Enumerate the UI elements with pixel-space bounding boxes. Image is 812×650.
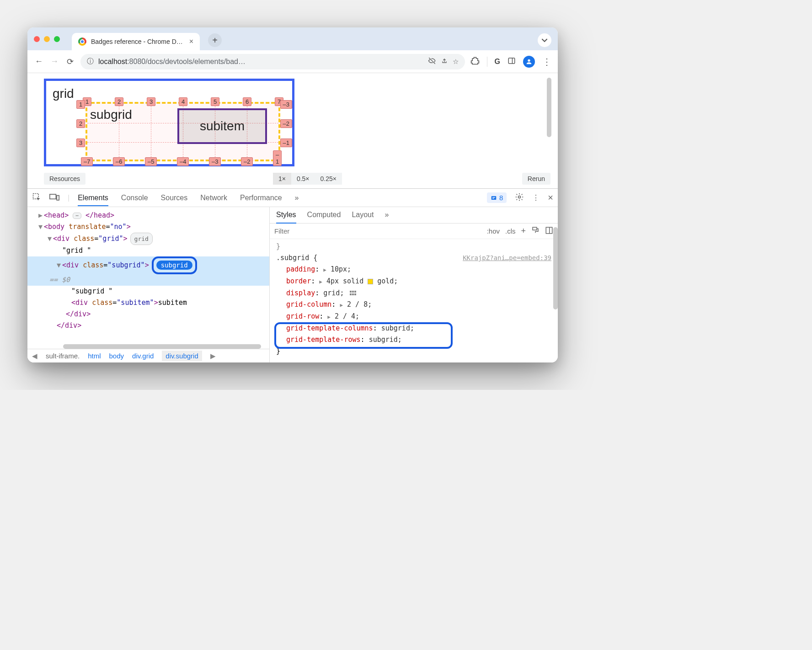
dollar-zero: == $0: [27, 274, 269, 286]
new-tab-button[interactable]: +: [208, 33, 222, 47]
rerun-button[interactable]: Rerun: [522, 173, 550, 185]
grid-line-num: –6: [113, 157, 125, 166]
breadcrumb-prev-icon[interactable]: ◀: [32, 352, 37, 360]
grid-line-num: –2: [280, 119, 292, 128]
profile-avatar[interactable]: [523, 56, 535, 68]
styles-filter-input[interactable]: [274, 227, 481, 235]
grid-badge[interactable]: grid: [130, 233, 153, 245]
close-tab-icon[interactable]: ×: [189, 37, 193, 46]
grid-line-num: –3: [209, 157, 221, 166]
site-info-icon[interactable]: ⓘ: [87, 57, 94, 66]
tabs-overflow-icon[interactable]: »: [295, 194, 299, 202]
maximize-window-icon[interactable]: [54, 36, 60, 42]
eye-off-icon[interactable]: [428, 57, 436, 66]
google-g-icon[interactable]: G: [495, 58, 500, 66]
dom-text: "subgrid ": [38, 286, 269, 297]
close-window-icon[interactable]: [34, 36, 40, 42]
toolbar-icons: G ⋮: [470, 56, 551, 68]
tab-title: Badges reference - Chrome D…: [91, 38, 183, 45]
devtools-body: ▶<head> ⋯ </head> ▼<body translate="no">…: [27, 207, 558, 362]
elements-panel: ▶<head> ⋯ </head> ▼<body translate="no">…: [27, 207, 270, 362]
breadcrumb-next-icon[interactable]: ▶: [210, 352, 216, 360]
grid-line-num: 2: [76, 119, 85, 128]
styles-toolbar: :hov .cls +: [270, 224, 558, 239]
grid-line-num: 2: [115, 97, 123, 106]
chevron-down-icon: [541, 37, 548, 43]
cls-toggle[interactable]: .cls: [505, 227, 516, 235]
zoom-controls: 1× 0.5× 0.25×: [273, 173, 342, 185]
bc-item[interactable]: div.grid: [132, 352, 154, 360]
grid-line-num: –1: [280, 139, 292, 147]
issues-badge[interactable]: 8: [487, 192, 507, 203]
zoom-05x[interactable]: 0.5×: [291, 173, 315, 185]
back-button[interactable]: ←: [34, 57, 44, 66]
dom-close-tag: </div>: [66, 310, 91, 318]
subitem-box: subitem: [177, 108, 267, 144]
tab-layout[interactable]: Layout: [352, 211, 374, 223]
tab-network[interactable]: Network: [200, 194, 227, 202]
dom-tree[interactable]: ▶<head> ⋯ </head> ▼<body translate="no">…: [27, 207, 269, 331]
hov-toggle[interactable]: :hov: [487, 227, 500, 235]
new-rule-icon[interactable]: +: [521, 226, 526, 236]
breadcrumbs: ◀ sult-iframe. html body div.grid div.su…: [27, 349, 269, 362]
url-text: localhost:8080/docs/devtools/elements/ba…: [98, 58, 423, 66]
grid-line-num: –3: [280, 100, 292, 109]
kebab-menu-icon[interactable]: ⋮: [532, 193, 540, 202]
tabs-overflow-button[interactable]: [538, 33, 551, 47]
device-toggle-icon[interactable]: [49, 193, 59, 203]
tab-computed[interactable]: Computed: [307, 211, 341, 223]
kebab-menu-icon[interactable]: ⋮: [542, 56, 551, 67]
reload-button[interactable]: ⟳: [65, 57, 75, 67]
issues-icon: [491, 195, 497, 201]
side-panel-icon[interactable]: [508, 57, 516, 67]
grid-label: grid: [53, 86, 74, 101]
zoom-025x[interactable]: 0.25×: [315, 173, 342, 185]
close-devtools-icon[interactable]: ×: [548, 192, 553, 203]
bc-item[interactable]: html: [88, 352, 101, 360]
tab-sources[interactable]: Sources: [161, 194, 188, 202]
dom-head-close: </head>: [85, 211, 114, 219]
ellipsis-icon[interactable]: ⋯: [73, 213, 81, 219]
tabs-overflow-icon[interactable]: »: [385, 211, 389, 223]
dom-selected-row[interactable]: ▼<div class="subgrid"> subgrid: [27, 256, 269, 274]
browser-window: Badges reference - Chrome D… × + ← → ⟳ ⓘ…: [27, 27, 558, 362]
zoom-1x[interactable]: 1×: [273, 173, 291, 185]
bookmark-star-icon[interactable]: ☆: [453, 58, 459, 66]
rule-source[interactable]: KKrajpZ?ani…pe=embed:39: [463, 252, 551, 264]
subgrid-badge[interactable]: subgrid: [156, 261, 192, 270]
bc-item[interactable]: body: [109, 352, 124, 360]
paint-icon[interactable]: [531, 226, 540, 236]
inspect-icon[interactable]: [32, 192, 41, 203]
grid-line-num: –2: [241, 157, 253, 166]
tab-styles[interactable]: Styles: [276, 211, 296, 224]
share-icon[interactable]: [441, 57, 448, 66]
dom-text: "grid ": [38, 245, 269, 256]
resources-button[interactable]: Resources: [44, 173, 85, 185]
bc-item[interactable]: sult-iframe.: [46, 352, 80, 360]
subgrid-badge-highlight: subgrid: [152, 256, 197, 274]
settings-gear-icon[interactable]: [515, 192, 524, 203]
tab-elements[interactable]: Elements: [78, 194, 108, 206]
titlebar: Badges reference - Chrome D… × +: [27, 27, 558, 50]
viewport-scrollbar[interactable]: [547, 78, 551, 137]
rule-selector: .subgrid {: [276, 254, 317, 262]
address-bar[interactable]: ⓘ localhost:8080/docs/devtools/elements/…: [80, 54, 465, 69]
tab-console[interactable]: Console: [121, 194, 148, 202]
grid-line-num: 1: [76, 100, 85, 109]
extensions-icon[interactable]: [470, 56, 480, 67]
browser-toolbar: ← → ⟳ ⓘ localhost:8080/docs/devtools/ele…: [27, 50, 558, 73]
grid-icon[interactable]: [350, 291, 356, 296]
css-highlight-box: [274, 322, 453, 349]
computed-panel-icon[interactable]: [545, 226, 553, 236]
grid-line-num: –1: [273, 150, 282, 166]
bc-active[interactable]: div.subgrid: [162, 351, 202, 361]
tab-performance[interactable]: Performance: [240, 194, 282, 202]
minimize-window-icon[interactable]: [44, 36, 50, 42]
subgrid-container: subgrid subitem 1 2 3 4 5 6 7 1 2 3 –3 –…: [85, 102, 280, 161]
traffic-lights: [34, 36, 60, 42]
color-swatch[interactable]: [368, 279, 373, 284]
elements-scrollbar[interactable]: [63, 344, 261, 349]
issues-count: 8: [499, 194, 503, 202]
styles-body[interactable]: } .subgrid {KKrajpZ?ani…pe=embed:39 padd…: [270, 239, 558, 359]
browser-tab[interactable]: Badges reference - Chrome D… ×: [72, 33, 200, 50]
